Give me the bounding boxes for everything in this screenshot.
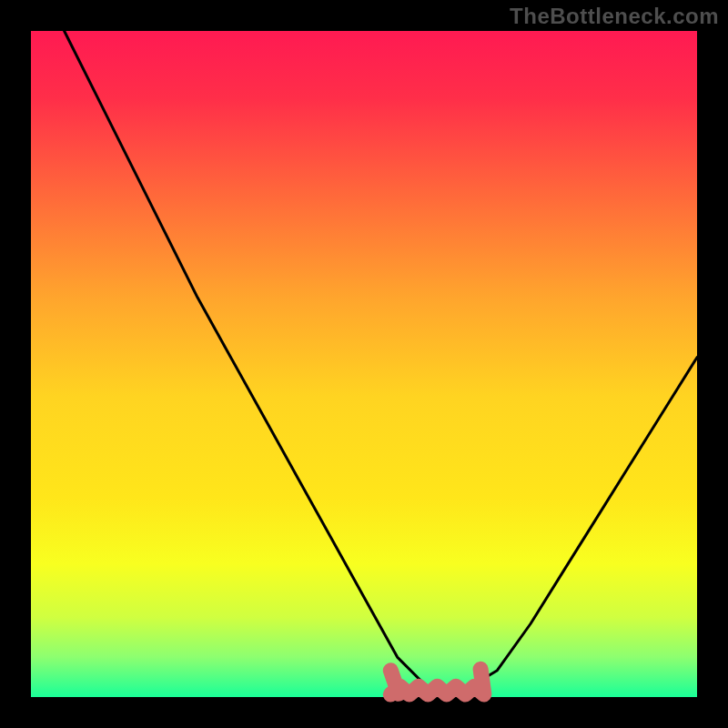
bottleneck-chart [0,0,728,728]
watermark-text: TheBottleneck.com [510,4,719,29]
chart-frame: TheBottleneck.com [0,0,728,728]
